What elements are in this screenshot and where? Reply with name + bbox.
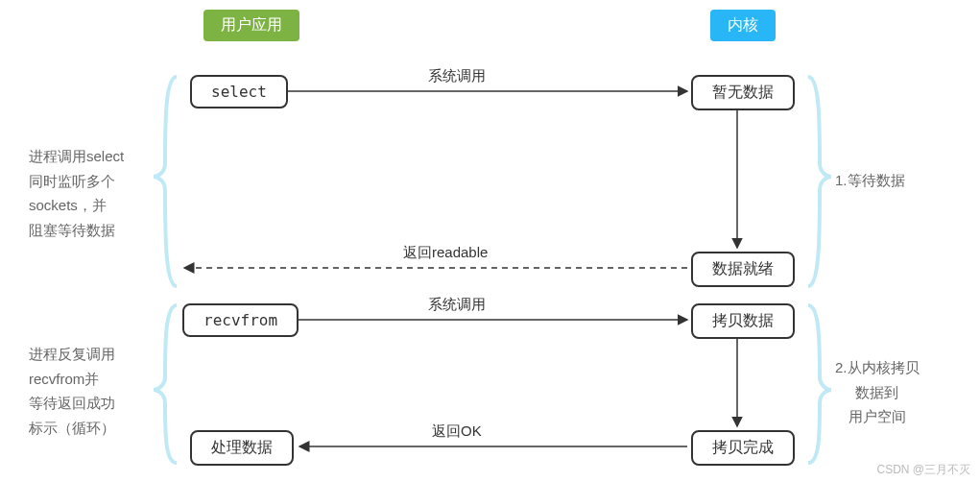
note-left-top: 进程调用select 同时监听多个 sockets，并 阻塞等待数据 <box>29 144 124 242</box>
header-kernel: 内核 <box>710 10 776 41</box>
brace-left-top <box>154 77 177 286</box>
box-copy-data: 拷贝数据 <box>691 303 795 339</box>
note-left-bottom-l3: 等待返回成功 <box>29 391 115 416</box>
box-copy-done: 拷贝完成 <box>691 430 795 466</box>
note-left-bottom-l2: recvfrom并 <box>29 367 115 392</box>
watermark: CSDN @三月不灭 <box>876 462 970 478</box>
brace-left-bottom <box>154 305 177 463</box>
note-left-bottom: 进程反复调用 recvfrom并 等待返回成功 标示（循环） <box>29 342 115 440</box>
note-right-bottom-l1: 2.从内核拷贝 <box>835 355 920 380</box>
box-data-ready: 数据就绪 <box>691 252 795 287</box>
brace-right-top <box>808 77 831 286</box>
note-right-bottom: 2.从内核拷贝 数据到 用户空间 <box>835 355 920 429</box>
arrows-svg <box>0 0 980 482</box>
note-left-top-l1: 进程调用select <box>29 144 124 169</box>
label-syscall-2: 系统调用 <box>428 296 486 314</box>
box-recvfrom: recvfrom <box>182 303 299 337</box>
note-left-top-l3: sockets，并 <box>29 193 124 218</box>
box-select: select <box>190 75 288 108</box>
note-left-bottom-l1: 进程反复调用 <box>29 342 115 367</box>
box-no-data: 暂无数据 <box>691 75 795 110</box>
label-return-ok: 返回OK <box>432 422 482 441</box>
note-left-top-l2: 同时监听多个 <box>29 169 124 194</box>
note-right-top: 1.等待数据 <box>835 168 905 193</box>
note-right-bottom-l3: 用户空间 <box>835 404 920 429</box>
label-return-readable: 返回readable <box>403 244 488 262</box>
note-left-bottom-l4: 标示（循环） <box>29 416 115 441</box>
header-user-app: 用户应用 <box>203 10 299 41</box>
label-syscall-1: 系统调用 <box>428 67 486 85</box>
note-right-bottom-l2: 数据到 <box>835 380 920 405</box>
note-left-top-l4: 阻塞等待数据 <box>29 218 124 243</box>
box-process-data: 处理数据 <box>190 430 294 466</box>
brace-right-bottom <box>808 305 831 463</box>
braces-svg <box>0 0 980 482</box>
